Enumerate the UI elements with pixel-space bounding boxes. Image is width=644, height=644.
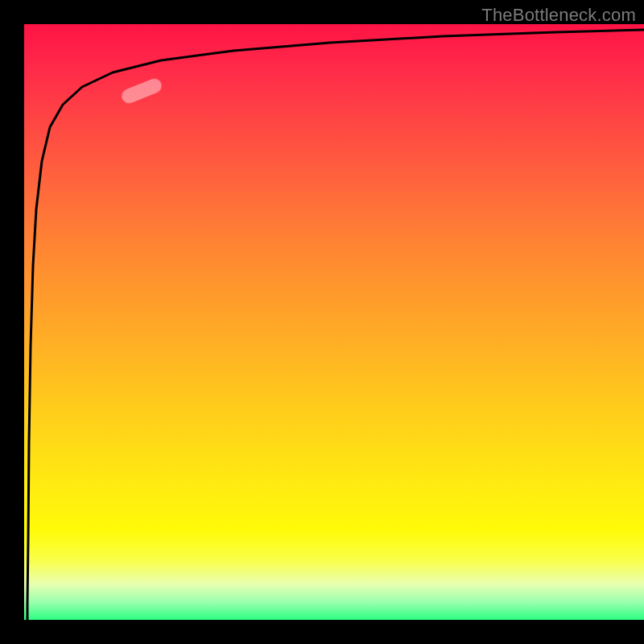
chart-curve [24,24,644,620]
curve-path [27,30,644,620]
chart-plot-area [24,24,644,620]
attribution-label: TheBottleneck.com [481,5,636,26]
